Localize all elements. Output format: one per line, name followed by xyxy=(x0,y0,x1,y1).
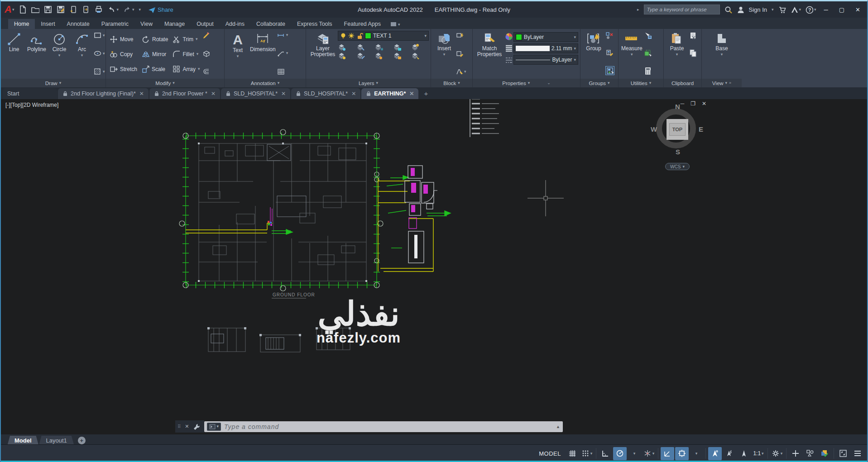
viewport-controls-label[interactable]: [-][Top][2D Wireframe] xyxy=(5,102,58,108)
viewcube-east[interactable]: E xyxy=(699,125,703,133)
save-as-button[interactable] xyxy=(57,5,65,14)
layer-isolate-button[interactable] xyxy=(357,43,373,51)
snap-mode-toggle[interactable]: ▾ xyxy=(580,447,594,460)
customization-menu-button[interactable] xyxy=(851,447,864,460)
layer-unlock-icon[interactable] xyxy=(356,33,363,39)
modify-panel-label[interactable]: Modify▾ xyxy=(106,79,224,87)
chevron-down-icon[interactable]: ▾ xyxy=(132,8,134,12)
dimension-button[interactable]: Dimension xyxy=(249,31,277,54)
new-file-button[interactable] xyxy=(19,5,27,14)
clean-screen-button[interactable] xyxy=(836,447,850,460)
utilities-panel-label[interactable]: Utilities▾ xyxy=(619,79,663,87)
file-tab-earthing[interactable]: EARTHING*✕ xyxy=(361,88,418,99)
block-panel-label[interactable]: Block▾ xyxy=(431,79,472,87)
layer-on-button[interactable] xyxy=(339,52,355,60)
autodesk-app-button[interactable]: ▾ xyxy=(791,6,801,14)
clipboard-panel-label[interactable]: Clipboard xyxy=(664,79,701,87)
close-tab-icon[interactable]: ✕ xyxy=(211,90,216,97)
viewcube-south[interactable]: S xyxy=(676,148,680,156)
file-tab-2nd-floor-power[interactable]: 2nd Floor Power *✕ xyxy=(149,88,220,99)
file-tab-sld-hospital-2[interactable]: SLD_HOSPITAL*✕ xyxy=(291,88,360,99)
polyline-button[interactable]: Polyline xyxy=(25,31,48,54)
viewcube-north[interactable]: N xyxy=(675,103,680,110)
share-button[interactable]: Share xyxy=(148,6,173,13)
linear-dimension-button[interactable]: ▾ xyxy=(277,32,288,38)
layer-thaw-sun-icon[interactable] xyxy=(348,33,355,39)
layer-properties-button[interactable]: Layer Properties xyxy=(308,31,338,59)
viewcube-west[interactable]: W xyxy=(651,125,657,133)
grid-display-toggle[interactable] xyxy=(566,447,579,460)
help-search-input[interactable]: Type a keyword or phrase xyxy=(644,5,720,14)
minimize-button[interactable]: ─ xyxy=(821,6,831,13)
annotation-visibility-toggle[interactable] xyxy=(708,447,722,460)
chevron-right-icon[interactable]: ▸ xyxy=(637,8,639,12)
trim-button[interactable]: Trim▾ xyxy=(173,35,200,43)
expand-history-icon[interactable]: ▲ xyxy=(556,424,560,429)
command-input[interactable]: ▾ Type a command ▲ xyxy=(204,421,563,432)
array-button[interactable]: Array▾ xyxy=(173,65,200,73)
text-button[interactable]: AText▾ xyxy=(226,31,249,60)
search-icon[interactable] xyxy=(724,6,732,14)
move-button[interactable]: Move xyxy=(110,35,137,43)
chevron-down-icon[interactable]: ▾ xyxy=(58,53,61,57)
chevron-down-icon[interactable]: ▾ xyxy=(772,8,774,12)
isolate-objects-button[interactable] xyxy=(803,447,817,460)
select-similar-button[interactable] xyxy=(644,49,652,57)
annotation-monitor-plus-button[interactable] xyxy=(789,447,802,460)
view-panel-label[interactable]: View▾» xyxy=(702,79,742,87)
layer-off-button[interactable] xyxy=(339,43,355,51)
save-to-web-mobile-button[interactable] xyxy=(82,5,90,14)
annotation-scale-icon[interactable] xyxy=(737,447,751,460)
fillet-button[interactable]: Fillet▾ xyxy=(173,50,200,58)
cut-clip-button[interactable] xyxy=(689,32,697,40)
ribbon-collapse-icon[interactable]: » xyxy=(729,81,731,85)
ungroup-button[interactable] xyxy=(605,32,614,39)
sign-in-button[interactable]: Sign In xyxy=(749,6,767,13)
chevron-down-icon[interactable]: ▾ xyxy=(762,452,764,456)
file-tab-sld-hospital-1[interactable]: SLD_HOSPITAL*✕ xyxy=(221,88,290,99)
customize-wrench-icon[interactable] xyxy=(193,423,200,430)
linetype-icon[interactable] xyxy=(505,56,513,64)
annotation-panel-label[interactable]: Annotation▾ xyxy=(225,79,306,87)
color-wheel-icon[interactable] xyxy=(505,33,513,41)
close-tab-icon[interactable]: ✕ xyxy=(139,90,144,97)
group-button[interactable]: Group xyxy=(582,31,605,53)
chevron-down-icon[interactable]: ▾ xyxy=(676,52,678,57)
stretch-button[interactable]: Stretch xyxy=(110,65,137,73)
app-store-cart-button[interactable] xyxy=(778,6,786,14)
help-button[interactable]: ▾ xyxy=(806,6,816,14)
groups-panel-label[interactable]: Groups▾ xyxy=(580,79,618,87)
dialog-launcher-icon[interactable]: ⌄ xyxy=(547,81,551,85)
tab-home[interactable]: Home xyxy=(8,19,35,29)
explode-button[interactable] xyxy=(202,50,211,57)
scale-button[interactable]: Scale xyxy=(142,65,168,73)
tab-view[interactable]: View xyxy=(134,19,158,29)
maximize-button[interactable]: ▢ xyxy=(836,6,848,13)
workspace-switching-button[interactable]: ▾ xyxy=(770,447,784,460)
draw-panel-label[interactable]: Draw▾ xyxy=(1,79,106,87)
tab-collaborate[interactable]: Collaborate xyxy=(250,19,291,29)
application-menu-button[interactable]: A▾ xyxy=(5,4,14,15)
close-tab-icon[interactable]: ✕ xyxy=(281,90,286,97)
layer-walk-button[interactable] xyxy=(412,52,428,60)
quick-select-button[interactable] xyxy=(644,32,652,39)
close-tab-icon[interactable]: ✕ xyxy=(409,90,414,97)
lineweight-icon[interactable] xyxy=(505,44,513,52)
layer-lock-button[interactable] xyxy=(394,43,410,51)
layer-on-bulb-icon[interactable] xyxy=(340,33,346,39)
isometric-drafting-toggle[interactable]: ▾ xyxy=(642,447,656,460)
open-file-button[interactable] xyxy=(31,5,39,14)
group-selection-toggle[interactable] xyxy=(605,66,614,75)
tab-add-ins[interactable]: Add-ins xyxy=(220,19,250,29)
chevron-down-icon[interactable]: ▾ xyxy=(424,34,427,38)
rotate-button[interactable]: Rotate xyxy=(142,35,168,43)
layer-unlock-all-button[interactable] xyxy=(394,52,410,60)
object-snap-menu[interactable]: ▾ xyxy=(690,447,703,460)
match-properties-button[interactable]: Match Properties xyxy=(475,31,504,59)
graphics-performance-button[interactable] xyxy=(818,447,831,460)
chevron-down-icon[interactable]: ▾ xyxy=(237,54,239,58)
copy-button[interactable]: Copy xyxy=(110,50,137,58)
create-block-button[interactable] xyxy=(456,32,466,39)
rectangle-button[interactable]: ▾ xyxy=(94,32,105,39)
drawing-viewport[interactable]: GROUND FLOOR xyxy=(1,99,867,462)
